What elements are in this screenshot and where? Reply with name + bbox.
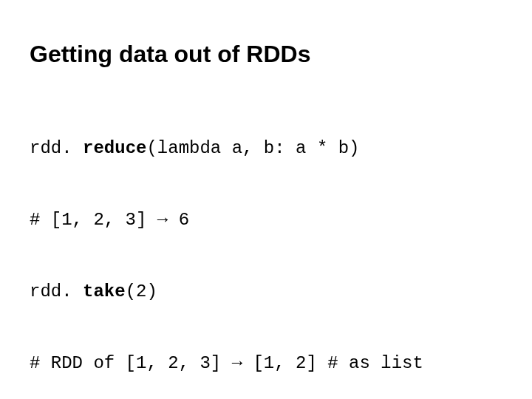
code-prefix: # RDD of [1, 2, 3] → [1, 2] # as list [30,353,423,373]
code-prefix: rdd. [30,138,83,158]
code-bold: take [83,282,126,301]
code-block: rdd. reduce(lambda a, b: a * b) # [1, 2,… [30,89,502,399]
code-suffix: (2) [126,282,157,301]
code-bold: reduce [83,138,146,158]
code-prefix: # [1, 2, 3] → 6 [30,210,189,230]
code-line-4: # RDD of [1, 2, 3] → [1, 2] # as list [30,352,502,375]
slide-title: Getting data out of RDDs [30,41,502,68]
code-line-2: # [1, 2, 3] → 6 [30,208,502,232]
code-line-3: rdd. take(2) [30,280,502,304]
code-prefix: rdd. [30,282,83,301]
code-suffix: (lambda a, b: a * b) [146,138,359,158]
code-line-1: rdd. reduce(lambda a, b: a * b) [30,137,502,160]
